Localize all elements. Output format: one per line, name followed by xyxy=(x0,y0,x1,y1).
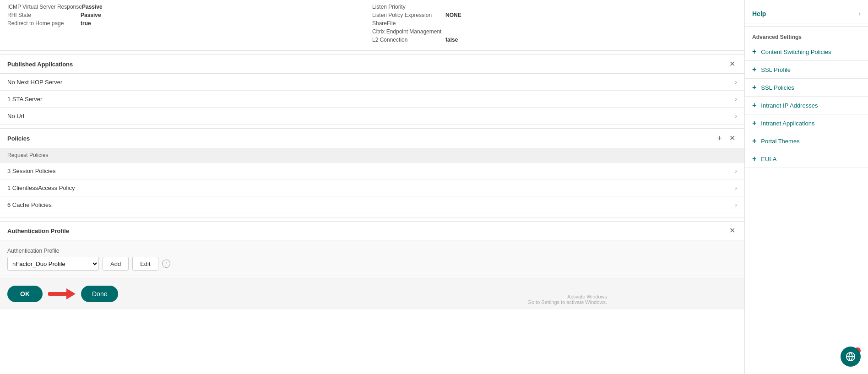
sidebar-item-intranet-apps[interactable]: + Intranet Applications xyxy=(745,114,868,132)
policies-header: Policies + ✕ xyxy=(0,128,744,148)
listen-policy-value: NONE xyxy=(445,12,461,18)
published-applications-header: Published Applications ✕ xyxy=(0,54,744,74)
sidebar-item-ssl-profile[interactable]: + SSL Profile xyxy=(745,61,868,79)
published-applications-actions: ✕ xyxy=(727,60,737,69)
sidebar-item-intranet-ip[interactable]: + Intranet IP Addresses xyxy=(745,97,868,114)
request-policies-sub-header: Request Policies xyxy=(0,148,744,163)
clientless-access-item[interactable]: 1 ClientlessAccess Policy › xyxy=(0,179,744,196)
portal-themes-label: Portal Themes xyxy=(761,138,799,145)
sidebar: Help › Advanced Settings + Content Switc… xyxy=(744,0,868,374)
main-layout: ICMP Virtual Server Response Passive RHI… xyxy=(0,0,868,374)
cache-policies-text: 6 Cache Policies xyxy=(7,201,52,208)
info-row-sharefile: ShareFile xyxy=(372,20,737,27)
eula-label: EULA xyxy=(761,156,776,163)
session-policies-text: 3 Session Policies xyxy=(7,168,56,174)
info-row-listen-priority: Listen Priority xyxy=(372,4,737,10)
next-hop-server-item[interactable]: No Next HOP Server › xyxy=(0,74,744,91)
session-policies-item[interactable]: 3 Session Policies › xyxy=(0,163,744,179)
help-chevron-icon: › xyxy=(858,10,861,17)
info-col-left: ICMP Virtual Server Response Passive RHI… xyxy=(7,4,372,45)
url-item[interactable]: No Url › xyxy=(0,108,744,125)
sta-server-chevron-icon: › xyxy=(735,95,737,103)
auth-profile-close-button[interactable]: ✕ xyxy=(727,226,737,235)
policies-close-button[interactable]: ✕ xyxy=(727,134,737,143)
url-chevron-icon: › xyxy=(735,112,737,119)
info-row-l2: L2 Connection false xyxy=(372,37,737,43)
next-hop-server-text: No Next HOP Server xyxy=(7,79,62,86)
auth-profile-add-button[interactable]: Add xyxy=(103,257,129,271)
published-applications-close-button[interactable]: ✕ xyxy=(727,60,737,69)
icmp-label: ICMP Virtual Server Response xyxy=(7,4,82,10)
rhi-label: RHI State xyxy=(7,12,81,18)
auth-profile-header: Authentication Profile ✕ xyxy=(0,221,744,240)
listen-policy-label: Listen Policy Expression xyxy=(372,12,445,18)
published-applications-title: Published Applications xyxy=(7,61,73,68)
auth-profile-field-label: Authentication Profile xyxy=(7,248,737,254)
sidebar-item-ssl-policies[interactable]: + SSL Policies xyxy=(745,79,868,97)
content-switching-plus-icon: + xyxy=(752,48,756,56)
bottom-bar: OK Done Activate Windows Go to Settings … xyxy=(0,278,744,309)
policies-add-button[interactable]: + xyxy=(715,133,724,143)
listen-priority-label: Listen Priority xyxy=(372,4,445,10)
auth-profile-dropdown[interactable]: nFactor_Duo Profile xyxy=(7,257,99,271)
info-row-redirect: Redirect to Home page true xyxy=(7,20,372,27)
sta-server-item[interactable]: 1 STA Server › xyxy=(0,91,744,108)
citrix-label: Citrix Endpoint Management xyxy=(372,28,445,35)
request-policies-label: Request Policies xyxy=(7,152,48,158)
activate-windows-line1: Activate Windows xyxy=(527,294,607,299)
url-text: No Url xyxy=(7,113,24,119)
info-row-listen-policy: Listen Policy Expression NONE xyxy=(372,12,737,18)
sidebar-item-content-switching[interactable]: + Content Switching Policies xyxy=(745,43,868,61)
cache-policies-chevron-icon: › xyxy=(735,201,737,208)
content-area: ICMP Virtual Server Response Passive RHI… xyxy=(0,0,744,374)
icmp-value: Passive xyxy=(82,4,103,10)
eula-plus-icon: + xyxy=(752,155,756,163)
info-section: ICMP Virtual Server Response Passive RHI… xyxy=(0,0,744,51)
intranet-apps-plus-icon: + xyxy=(752,119,756,127)
info-col-right: Listen Priority Listen Policy Expression… xyxy=(372,4,737,45)
red-arrow-icon xyxy=(48,289,76,298)
rhi-value: Passive xyxy=(81,12,101,18)
auth-profile-section: Authentication Profile ✕ Authentication … xyxy=(0,217,744,278)
arrow-indicator xyxy=(48,289,76,298)
policies-title: Policies xyxy=(7,135,30,142)
done-button[interactable]: Done xyxy=(81,286,118,302)
auth-profile-actions: ✕ xyxy=(727,226,737,235)
intranet-apps-label: Intranet Applications xyxy=(761,120,814,127)
redirect-label: Redirect to Home page xyxy=(7,20,81,27)
clientless-access-text: 1 ClientlessAccess Policy xyxy=(7,184,75,191)
auth-profile-title: Authentication Profile xyxy=(7,228,69,234)
ok-button[interactable]: OK xyxy=(7,286,43,302)
activate-windows-notice: Activate Windows Go to Settings to activ… xyxy=(527,294,607,305)
intranet-ip-plus-icon: + xyxy=(752,101,756,109)
advanced-settings-label: Advanced Settings xyxy=(745,29,868,43)
ssl-profile-plus-icon: + xyxy=(752,65,756,74)
auth-profile-body: Authentication Profile nFactor_Duo Profi… xyxy=(0,240,744,278)
ssl-policies-plus-icon: + xyxy=(752,83,756,92)
ssl-profile-label: SSL Profile xyxy=(761,66,791,73)
auth-profile-info-icon[interactable]: i xyxy=(162,260,170,268)
redirect-value: true xyxy=(81,20,91,27)
sta-server-text: 1 STA Server xyxy=(7,96,42,103)
clientless-access-chevron-icon: › xyxy=(735,184,737,191)
cache-policies-item[interactable]: 6 Cache Policies › xyxy=(0,196,744,213)
l2-label: L2 Connection xyxy=(372,37,445,43)
next-hop-server-chevron-icon: › xyxy=(735,78,737,86)
nav-globe-button[interactable] xyxy=(841,347,861,367)
auth-profile-controls: nFactor_Duo Profile Add Edit i xyxy=(7,257,737,271)
help-item[interactable]: Help › xyxy=(745,5,868,23)
policies-actions: + ✕ xyxy=(715,133,737,143)
info-row-citrix: Citrix Endpoint Management xyxy=(372,28,737,35)
activate-windows-line2: Go to Settings to activate Windows. xyxy=(527,299,607,305)
sharefile-label: ShareFile xyxy=(372,20,445,27)
content-switching-label: Content Switching Policies xyxy=(761,49,831,55)
sidebar-item-eula[interactable]: + EULA xyxy=(745,150,868,168)
sidebar-divider xyxy=(745,26,868,27)
auth-profile-edit-button[interactable]: Edit xyxy=(132,257,158,271)
info-row-icmp: ICMP Virtual Server Response Passive xyxy=(7,4,372,10)
ssl-policies-label: SSL Policies xyxy=(761,84,794,91)
intranet-ip-label: Intranet IP Addresses xyxy=(761,102,818,109)
session-policies-chevron-icon: › xyxy=(735,167,737,174)
help-label: Help xyxy=(752,10,766,17)
sidebar-item-portal-themes[interactable]: + Portal Themes xyxy=(745,132,868,150)
